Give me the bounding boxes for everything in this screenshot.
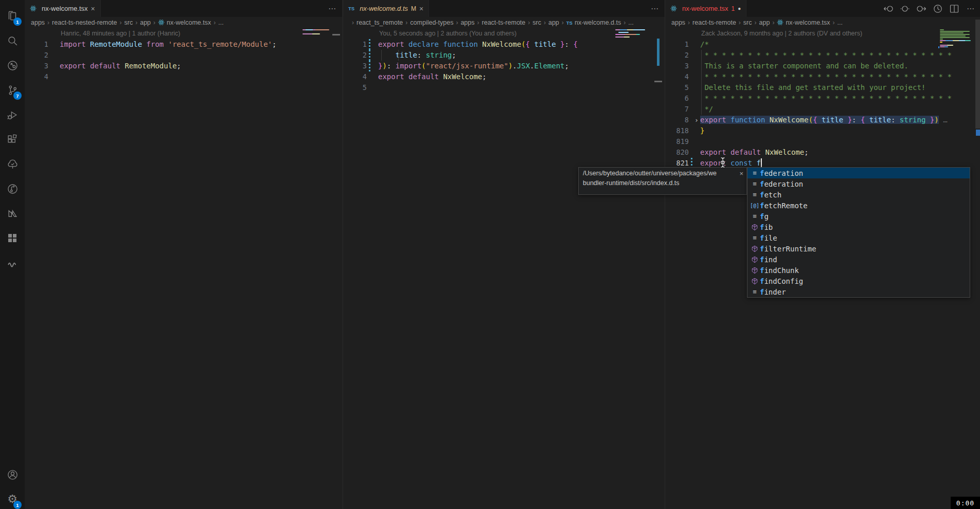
tab-close-icon[interactable]: × [91,5,95,13]
line-number[interactable]: 820 [665,147,689,158]
breadcrumb-item[interactable]: ... [628,19,633,26]
code-line[interactable]: 4 * * * * * * * * * * * * * * * * * * * … [665,71,980,82]
code-line[interactable]: 2 * * * * * * * * * * * * * * * * * * * … [665,50,980,61]
suggestion-item-federation[interactable]: ≡federation [747,178,970,189]
todo-tree-icon[interactable] [0,152,25,176]
code-text[interactable] [700,136,980,147]
minimap[interactable] [940,29,975,50]
gitlens-graph-icon[interactable] [0,177,25,201]
code-line[interactable]: 2 [25,50,342,61]
code-editor[interactable]: Hanric, 48 minutes ago | 1 author (Hanri… [25,28,342,509]
code-text[interactable]: export default NxWelcome; [700,147,980,158]
line-number[interactable]: 3 [665,61,689,71]
code-text[interactable] [60,50,342,61]
breadcrumb-item[interactable]: TSnx-welcome.d.ts [566,19,621,26]
tab-nx-welcome.tsx[interactable]: nx-welcome.tsx× [25,0,101,17]
line-number[interactable]: 1 [665,39,689,50]
scrollbar[interactable] [975,20,980,129]
tab-nx-welcome.tsx[interactable]: nx-welcome.tsx1● [665,0,746,17]
code-text[interactable]: }): import("react/jsx-runtime").JSX.Elem… [378,61,665,71]
code-text[interactable]: export default NxWelcome; [378,71,665,82]
suggestion-item-file[interactable]: ≡file [747,232,970,243]
file-history-icon[interactable] [932,3,943,14]
line-number[interactable]: 2 [343,50,367,61]
code-line[interactable]: 1import RemoteModule from 'react_ts_remo… [25,39,342,50]
minimap[interactable] [302,29,334,37]
split-editor-icon[interactable] [949,3,960,14]
code-line[interactable]: 819 [665,136,980,147]
suggestion-item-fib[interactable]: fib [747,222,970,232]
code-text[interactable]: * * * * * * * * * * * * * * * * * * * * … [700,71,980,82]
code-line[interactable]: 1/* [665,39,980,50]
breadcrumb-item[interactable]: src [743,19,752,26]
code-text[interactable]: import RemoteModule from 'react_ts_remot… [60,39,342,50]
breadcrumb-item[interactable]: apps [671,19,685,26]
breadcrumb-item[interactable]: react-ts-remote [692,19,736,26]
code-line[interactable]: 3}): import("react/jsx-runtime").JSX.Ele… [343,61,665,71]
line-number[interactable]: 818 [665,125,689,136]
code-text[interactable]: * * * * * * * * * * * * * * * * * * * * … [700,93,980,104]
breadcrumb-item[interactable]: react-ts-remote [482,19,526,26]
tab-close-icon[interactable]: × [419,5,423,13]
breadcrumb-item[interactable]: nx-welcome.tsx [158,19,211,26]
code-line[interactable]: 4 [25,71,342,82]
code-line[interactable]: 820export default NxWelcome; [665,147,980,158]
code-line[interactable]: 3 This is a starter component and can be… [665,61,980,71]
grid-extension-icon[interactable] [0,226,25,250]
nx-console-icon[interactable] [0,202,25,225]
source-control-icon[interactable]: 7 [0,78,25,102]
line-number[interactable]: 1 [25,39,48,50]
line-number[interactable]: 6 [665,93,689,104]
suggestion-item-federation[interactable]: ≡federation [747,168,970,178]
breadcrumb-item[interactable]: nx-welcome.tsx [777,19,830,26]
explorer-icon[interactable]: 1 [0,4,25,28]
line-number[interactable]: 5 [665,82,689,93]
code-text[interactable]: export declare function NxWelcome({ titl… [378,39,665,50]
console-ninja-icon[interactable] [0,251,25,275]
gitlens-inspect-icon[interactable] [0,53,25,77]
code-line[interactable]: 818} [665,125,980,136]
breadcrumb-item[interactable]: app [140,19,151,26]
code-line[interactable]: 2 title: string; [343,50,665,61]
fold-chevron-icon[interactable]: › [693,115,700,125]
next-change-icon[interactable] [916,3,927,14]
suggestion-item-findChunk[interactable]: findChunk [747,265,970,276]
breadcrumb-item[interactable]: react-ts-nested-remote [52,19,117,26]
line-number[interactable]: 4 [343,71,367,82]
more-actions-icon[interactable]: ⋯ [327,3,338,14]
breadcrumb-item[interactable]: src [532,19,541,26]
code-text[interactable]: export function NxWelcome({ title }: { t… [700,115,980,125]
accounts-icon[interactable] [0,463,25,486]
code-line[interactable]: 4export default NxWelcome; [343,71,665,82]
code-line[interactable]: 8›export function NxWelcome({ title }: {… [665,115,980,125]
code-line[interactable]: 3export default RemoteModule; [25,61,342,71]
minimap[interactable] [615,29,656,40]
suggestion-item-findConfig[interactable]: findConfig [747,276,970,286]
code-text[interactable] [378,82,665,93]
code-text[interactable]: title: string; [378,50,665,61]
code-text[interactable]: } [700,125,980,136]
code-text[interactable]: This is a starter component and can be d… [700,61,980,71]
tab-dirty-indicator[interactable]: ● [738,6,741,11]
line-number[interactable]: 2 [25,50,48,61]
previous-change-icon[interactable] [883,3,894,14]
breadcrumb-item[interactable]: apps [460,19,474,26]
line-number[interactable]: 4 [25,71,48,82]
more-actions-icon[interactable]: ⋯ [649,3,661,14]
breadcrumb-item[interactable]: app [759,19,770,26]
code-text[interactable]: * * * * * * * * * * * * * * * * * * * * … [700,50,980,61]
suggestion-item-fg[interactable]: ≡fg [747,211,970,222]
code-line[interactable]: 6 * * * * * * * * * * * * * * * * * * * … [665,93,980,104]
code-line[interactable]: 7 */ [665,104,980,115]
code-text[interactable] [60,71,342,82]
line-number[interactable]: 5 [343,82,367,93]
suggestion-item-fetch[interactable]: ≡fetch [747,189,970,200]
suggestion-item-finder[interactable]: ≡finder [747,286,970,297]
line-number[interactable]: 819 [665,136,689,147]
line-number[interactable]: 8 [665,115,689,125]
line-number[interactable]: 2 [665,50,689,61]
suggestion-item-filterRuntime[interactable]: filterRuntime [747,243,970,254]
line-number[interactable]: 3 [343,61,367,71]
extensions-icon[interactable] [0,128,25,151]
code-text[interactable]: Delete this file and get started with yo… [700,82,980,93]
